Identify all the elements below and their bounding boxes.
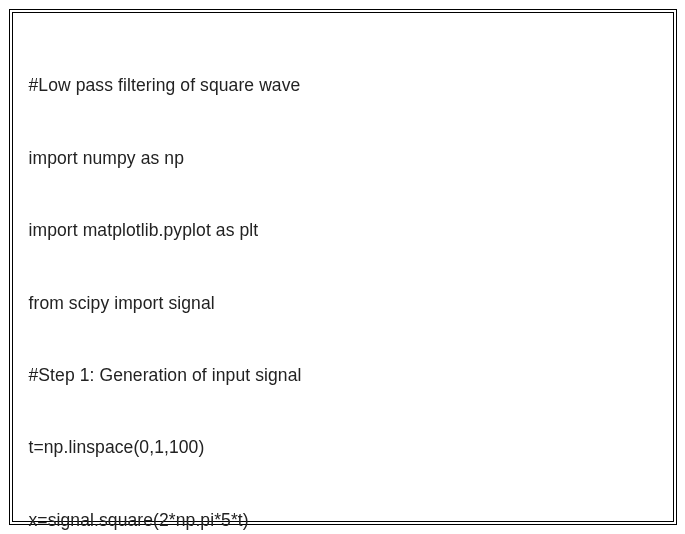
code-line: #Step 1: Generation of input signal [29, 363, 657, 387]
code-line: #Low pass filtering of square wave [29, 73, 657, 97]
code-line: from scipy import signal [29, 291, 657, 315]
code-line: import matplotlib.pyplot as plt [29, 218, 657, 242]
code-block: #Low pass filtering of square wave impor… [29, 25, 657, 534]
code-line: import numpy as np [29, 146, 657, 170]
code-frame: #Low pass filtering of square wave impor… [9, 9, 677, 525]
code-line: x=signal.square(2*np.pi*5*t) [29, 508, 657, 532]
code-line: t=np.linspace(0,1,100) [29, 435, 657, 459]
